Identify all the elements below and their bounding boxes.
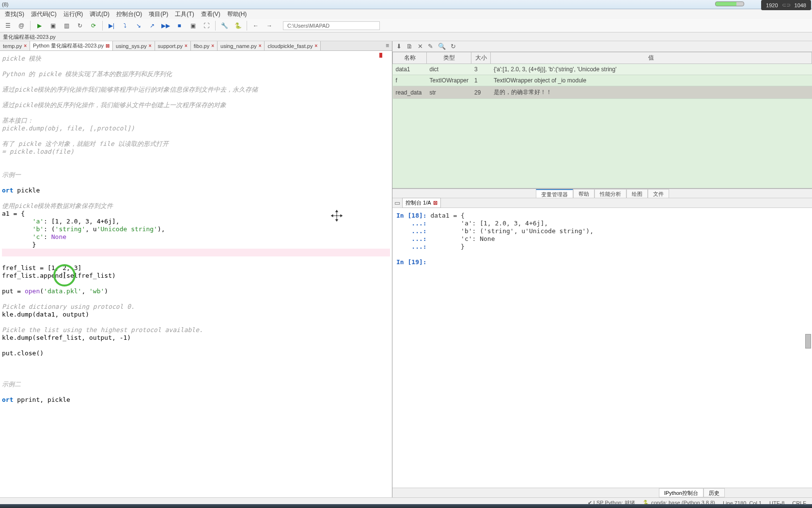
debug-icon[interactable]: ▶| xyxy=(107,21,116,31)
taskbar xyxy=(0,504,812,508)
menu-help[interactable]: 帮助(H) xyxy=(224,9,250,19)
tab-temp[interactable]: temp.py× xyxy=(0,41,30,50)
run-cell-icon[interactable]: ▣ xyxy=(48,21,58,31)
close-icon[interactable]: × xyxy=(24,43,27,48)
tab-cloudpickle[interactable]: cloudpickle_fast.py× xyxy=(265,41,321,50)
editor-pane: temp.py× Python 量化编程基础-2023.py⊠ using_sy… xyxy=(0,41,392,497)
run-selection-icon[interactable]: ↻ xyxy=(75,21,85,31)
close-icon[interactable]: × xyxy=(314,43,317,48)
tab-using-name[interactable]: using_name.py× xyxy=(218,41,265,50)
col-value[interactable]: 值 xyxy=(491,52,812,64)
tab-help[interactable]: 帮助 xyxy=(573,189,594,198)
debug-file-icon[interactable]: ▣ xyxy=(188,21,198,31)
at-icon[interactable]: @ xyxy=(16,21,26,31)
editor-tabs: temp.py× Python 量化编程基础-2023.py⊠ using_sy… xyxy=(0,41,392,51)
menubar[interactable]: 查找(S) 源代码(C) 运行(R) 调试(D) 控制台(O) 项目(P) 工具… xyxy=(0,9,812,19)
close-icon[interactable]: × xyxy=(211,43,214,48)
vars-toolbar: ⬇ 🗎 ✕ ✎ 🔍 ↻ xyxy=(392,41,812,52)
variable-explorer[interactable]: 名称 类型 大小 值 data1dict3{'a':[1, 2.0, 3, (4… xyxy=(392,52,812,189)
maximize-icon[interactable]: ⛶ xyxy=(202,21,211,31)
edit-icon[interactable]: ✎ xyxy=(428,43,433,50)
close-icon[interactable]: × xyxy=(259,43,262,48)
tab-fibo[interactable]: fibo.py× xyxy=(191,41,218,50)
var-row[interactable]: read_datastr29是的，的确非常好！！ xyxy=(393,86,812,99)
tab-vars[interactable]: 变量管理器 xyxy=(536,189,573,198)
stop-debug-icon[interactable]: ■ xyxy=(174,21,184,31)
menu-project[interactable]: 项目(P) xyxy=(146,9,171,19)
rerun-icon[interactable]: ⟳ xyxy=(89,21,98,31)
delete-icon[interactable]: ✕ xyxy=(418,43,423,50)
close-icon[interactable]: × xyxy=(149,43,152,48)
menu-run[interactable]: 运行(R) xyxy=(61,9,86,19)
breadcrumb: 量化编程基础-2023.py xyxy=(0,32,812,41)
refresh-icon[interactable]: ↻ xyxy=(451,43,456,50)
wrench-icon[interactable]: 🔧 xyxy=(219,21,229,31)
continue-icon[interactable]: ▶▶ xyxy=(161,21,171,31)
toolbar: ☰ @ ▶ ▣ ▥ ↻ ⟳ ▶| ⤵ ↘ ↗ ▶▶ ■ ▣ ⛶ 🔧 🐍 ← → … xyxy=(0,19,812,32)
step-out-icon[interactable]: ↗ xyxy=(147,21,157,31)
close-icon[interactable]: ⊠ xyxy=(433,200,437,206)
path-field[interactable]: C:\Users\MIAPAD xyxy=(283,21,380,30)
right-pane-tabs: 变量管理器 帮助 性能分析 绘图 文件 xyxy=(392,189,812,198)
tab-main[interactable]: Python 量化编程基础-2023.py⊠ xyxy=(30,41,113,50)
outline-icon[interactable]: ☰ xyxy=(3,21,13,31)
back-icon[interactable]: ← xyxy=(251,21,261,31)
progress-bar xyxy=(715,1,744,6)
titlebar: (8) 1920 ⊂⊃ 1048 xyxy=(0,0,812,9)
console-tabs: ▭ 控制台 1/A ⊠ xyxy=(392,198,812,208)
step-in-icon[interactable]: ↘ xyxy=(134,21,143,31)
console-bottom-tabs: IPython控制台 历史 xyxy=(392,488,812,497)
tab-plots[interactable]: 绘图 xyxy=(626,189,648,198)
step-over-icon[interactable]: ⤵ xyxy=(120,21,130,31)
run-cell-advance-icon[interactable]: ▥ xyxy=(62,21,71,31)
code-editor[interactable]: pickle 模块 Python 的 pickle 模块实现了基本的数据序列和反… xyxy=(0,51,392,497)
menu-source[interactable]: 源代码(C) xyxy=(28,9,60,19)
tab-profiler[interactable]: 性能分析 xyxy=(594,189,626,198)
ipython-console[interactable]: In [18]: data1 = { ...: 'a': [1, 2.0, 3,… xyxy=(392,208,812,488)
tab-history[interactable]: 历史 xyxy=(703,488,725,497)
search-icon[interactable]: 🔍 xyxy=(438,43,446,50)
col-name[interactable]: 名称 xyxy=(393,52,427,64)
error-marker-icon xyxy=(379,53,382,58)
tab-support[interactable]: support.py× xyxy=(155,41,191,50)
var-row[interactable]: fTextIOWrapper1TextIOWrapper object of _… xyxy=(393,75,812,86)
import-data-icon[interactable]: ⬇ xyxy=(396,43,402,50)
menu-debug[interactable]: 调试(D) xyxy=(87,9,112,19)
link-icon: ⊂⊃ xyxy=(782,2,791,8)
dimension-badge: 1920 ⊂⊃ 1048 xyxy=(761,0,811,10)
title-text: (8) xyxy=(2,1,8,7)
scrollbar-thumb[interactable] xyxy=(805,334,811,349)
tab-ipython[interactable]: IPython控制台 xyxy=(659,488,703,497)
run-icon[interactable]: ▶ xyxy=(34,21,44,31)
menu-view[interactable]: 查看(V) xyxy=(198,9,223,19)
col-type[interactable]: 类型 xyxy=(427,52,471,64)
col-size[interactable]: 大小 xyxy=(471,52,491,64)
tab-using-sys[interactable]: using_sys.py× xyxy=(113,41,155,50)
close-icon[interactable]: × xyxy=(185,43,187,48)
var-row[interactable]: data1dict3{'a':[1, 2.0, 3, (4+6j)], 'b':… xyxy=(393,64,812,75)
menu-console[interactable]: 控制台(O) xyxy=(113,9,145,19)
forward-icon[interactable]: → xyxy=(265,21,274,31)
python-icon[interactable]: 🐍 xyxy=(233,21,243,31)
menu-tools[interactable]: 工具(T) xyxy=(172,9,197,19)
right-pane: ⬇ 🗎 ✕ ✎ 🔍 ↻ 名称 类型 大小 值 data1dict3{'a':[1… xyxy=(392,41,812,497)
save-data-icon[interactable]: 🗎 xyxy=(406,43,413,50)
tab-menu-icon[interactable]: ≡ xyxy=(383,41,392,50)
console-menu-icon[interactable]: ▭ xyxy=(394,199,400,206)
tab-files[interactable]: 文件 xyxy=(648,189,669,198)
console-tab[interactable]: 控制台 1/A ⊠ xyxy=(402,198,441,208)
close-icon[interactable]: ⊠ xyxy=(106,43,109,48)
menu-search[interactable]: 查找(S) xyxy=(2,9,27,19)
